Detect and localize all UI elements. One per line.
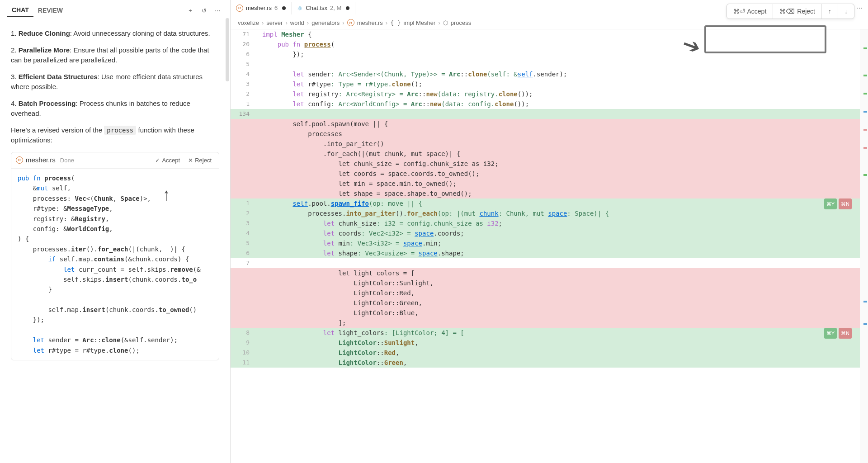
tab-label: Chat.tsx [306, 5, 327, 11]
inline-code: process [104, 126, 136, 135]
brace-icon: { } [390, 19, 401, 26]
breadcrumb-item[interactable]: generators [311, 19, 340, 26]
rust-file-icon: R [347, 19, 354, 26]
list-num: 3. [11, 73, 19, 80]
reject-kbd-badge[interactable]: ⌘N [839, 328, 852, 339]
plus-icon[interactable]: + [185, 5, 196, 16]
list-text: : Avoid unnecessary cloning of data stru… [70, 29, 210, 37]
code-suggestion-card: R mesher.rs Done ✓Accept ✕Reject pub fn … [11, 152, 219, 361]
kbd-hint: ⌘⌫ [779, 8, 795, 15]
breadcrumb-item[interactable]: world [290, 19, 304, 26]
line-number: 134 [231, 109, 258, 119]
breadcrumb-item[interactable]: server [266, 19, 283, 26]
line-number: 7 [231, 258, 258, 268]
list-num: 2. [11, 46, 19, 54]
editor-main: R mesher.rs 6 ⚛ Chat.tsx 2, M ↺ ⟲ ⤺ ⤻ ▷ … [231, 0, 868, 463]
sidebar-tabs: CHAT REVIEW + ↺ ⋯ [0, 0, 230, 21]
rust-file-icon: R [236, 5, 243, 12]
line-number: 3 [231, 79, 258, 89]
intro-text: Here's a revised version of the [11, 126, 104, 134]
close-icon: ✕ [188, 156, 193, 165]
tab-count: 6 [274, 5, 278, 11]
check-icon: ✓ [155, 156, 160, 165]
dirty-indicator-icon [346, 6, 349, 10]
line-number: 6 [231, 49, 258, 59]
chat-content: 1. Reduce Cloning: Avoid unnecessary clo… [0, 21, 230, 463]
btn-label: Reject [797, 8, 815, 15]
line-number: 5 [231, 59, 258, 69]
code-editor[interactable]: 71impl Mesher { 20 pub fn process( 6 });… [231, 29, 868, 463]
prev-diff-button[interactable]: ↑ [822, 4, 838, 19]
list-title: Efficient Data Structures [19, 73, 98, 80]
line-number: 1 [231, 198, 258, 208]
line-number: 2 [231, 89, 258, 99]
tab-label: mesher.rs [246, 5, 272, 11]
next-diff-button[interactable]: ↓ [838, 4, 854, 19]
cube-icon: ⬡ [443, 19, 448, 26]
tab-count: 2, M [330, 5, 341, 11]
inline-reject-button[interactable]: ⌘⌫Reject [773, 4, 822, 19]
btn-label: Accept [747, 8, 767, 15]
minimap[interactable] [860, 29, 868, 463]
breadcrumb-item[interactable]: voxelize [238, 19, 259, 26]
line-number: 4 [231, 69, 258, 79]
list-num: 1. [11, 29, 19, 37]
list-title: Reduce Cloning [19, 29, 70, 37]
more-icon[interactable]: ⋯ [857, 5, 863, 11]
diff-badges: ⌘Y⌘N [824, 328, 852, 339]
scrollbar[interactable] [226, 18, 229, 81]
line-number: 4 [231, 228, 258, 238]
suggestion-code: pub fn process( &mut self, processes: Ve… [11, 169, 219, 360]
line-number: 6 [231, 248, 258, 258]
dirty-indicator-icon [282, 6, 286, 10]
line-number: 5 [231, 238, 258, 248]
arrow-up-icon: ↑ [163, 181, 170, 208]
line-number: 2 [231, 208, 258, 218]
history-icon[interactable]: ↺ [198, 5, 209, 16]
accept-button[interactable]: ✓Accept [152, 155, 183, 166]
accept-label: Accept [162, 156, 180, 165]
editor-tab-mesher[interactable]: R mesher.rs 6 [231, 2, 292, 14]
breadcrumb-item[interactable]: mesher.rs [357, 19, 383, 26]
line-number: 3 [231, 218, 258, 228]
suggestion-header: R mesher.rs Done ✓Accept ✕Reject [11, 152, 219, 169]
editor-tab-chat[interactable]: ⚛ Chat.tsx 2, M [292, 2, 355, 14]
line-number: 1 [231, 99, 258, 109]
accept-kbd-badge[interactable]: ⌘Y [824, 198, 837, 209]
chat-sidebar: CHAT REVIEW + ↺ ⋯ 1. Reduce Cloning: Avo… [0, 0, 231, 463]
line-number: 11 [231, 358, 258, 368]
reject-kbd-badge[interactable]: ⌘N [839, 198, 852, 209]
reject-label: Reject [195, 156, 212, 165]
tab-chat[interactable]: CHAT [7, 4, 33, 17]
line-number: 71 [231, 29, 258, 39]
tab-review[interactable]: REVIEW [33, 4, 67, 17]
line-number: 8 [231, 328, 258, 338]
list-title: Parallelize More [19, 46, 70, 54]
line-number: 20 [231, 39, 258, 49]
kbd-hint: ⌘⏎ [733, 8, 745, 15]
breadcrumb-item[interactable]: impl Mesher [404, 19, 436, 26]
inline-diff-toolbar: ⌘⏎Accept ⌘⌫Reject ↑ ↓ [726, 4, 855, 19]
rust-file-icon: R [16, 156, 23, 164]
list-title: Batch Processing [19, 99, 76, 107]
react-file-icon: ⚛ [297, 5, 303, 12]
line-number: 9 [231, 338, 258, 348]
line-number: 10 [231, 348, 258, 358]
reject-button[interactable]: ✕Reject [185, 155, 214, 166]
diff-badges: ⌘Y⌘N [824, 198, 852, 209]
more-icon[interactable]: ⋯ [212, 5, 223, 16]
list-num: 4. [11, 99, 19, 107]
inline-accept-button[interactable]: ⌘⏎Accept [727, 4, 774, 19]
suggestion-filename[interactable]: mesher.rs [26, 155, 56, 165]
suggestion-status: Done [60, 156, 74, 165]
breadcrumb-item[interactable]: process [451, 19, 472, 26]
accept-kbd-badge[interactable]: ⌘Y [824, 328, 837, 339]
